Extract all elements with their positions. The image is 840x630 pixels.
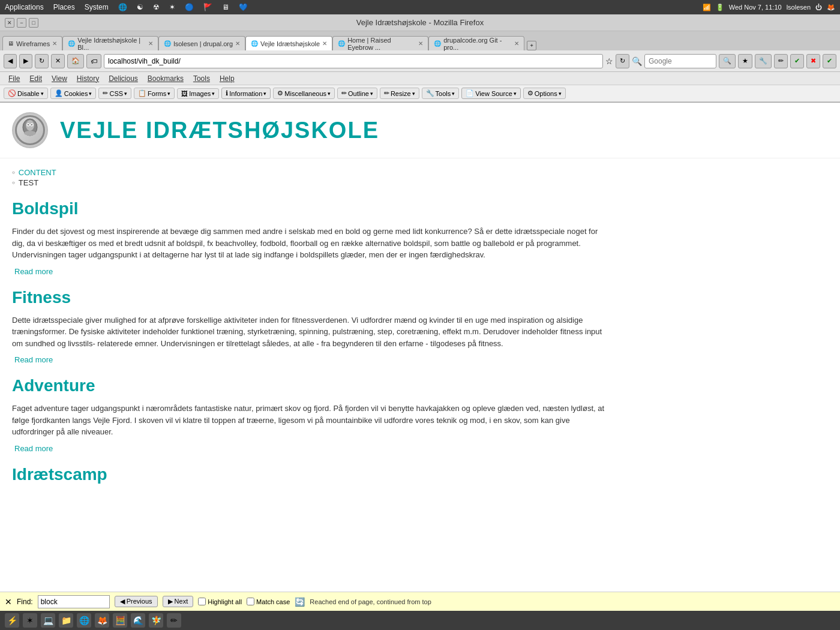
dev-forms[interactable]: 📋Forms▾ xyxy=(134,88,175,99)
bottom-icon-1[interactable]: ⚡ xyxy=(5,613,19,628)
os-icon-6[interactable]: 🚩 xyxy=(203,3,212,11)
article-adventure-readmore[interactable]: Read more xyxy=(14,444,612,453)
search-input[interactable] xyxy=(644,54,716,68)
os-taskbar-left: Applications Places System 🌐 ☯ ☢ ✶ 🔵 🚩 🖥… xyxy=(5,3,693,11)
dev-cookies[interactable]: 👤Cookies▾ xyxy=(50,88,97,99)
tab-close-raised[interactable]: ✕ xyxy=(418,40,423,47)
menu-edit[interactable]: Edit xyxy=(25,74,47,83)
refresh-button[interactable]: ↻ xyxy=(616,54,629,68)
menu-help[interactable]: Help xyxy=(215,74,239,83)
maximize-button[interactable]: □ xyxy=(29,18,38,28)
reload-button[interactable]: ↻ xyxy=(35,54,49,68)
tab-icon-drupal: 🌐 xyxy=(164,40,171,47)
x-button[interactable]: ✖ xyxy=(806,54,820,68)
os-icon-4[interactable]: ✶ xyxy=(169,3,175,11)
find-matchcase-label[interactable]: Match case xyxy=(247,598,290,605)
back-button[interactable]: ◀ xyxy=(4,54,17,68)
star-icon[interactable]: ☆ xyxy=(605,56,613,66)
menu-view[interactable]: View xyxy=(47,74,72,83)
titlebar-buttons: ✕ − □ xyxy=(5,18,38,28)
os-icon-5[interactable]: 🔵 xyxy=(185,3,194,11)
bookmark-button[interactable]: ★ xyxy=(738,54,752,68)
bottom-icon-3[interactable]: 💻 xyxy=(41,613,55,628)
menu-file[interactable]: File xyxy=(4,74,25,83)
pencil-button[interactable]: ✏ xyxy=(774,54,788,68)
menu-bookmarks[interactable]: Bookmarks xyxy=(143,74,188,83)
bottom-icon-10[interactable]: ✏ xyxy=(167,613,181,628)
find-matchcase-check[interactable] xyxy=(247,598,254,605)
search-go-button[interactable]: 🔍 xyxy=(719,54,736,68)
tab-drupal[interactable]: 🌐 lsolesen | drupal.org ✕ xyxy=(158,36,245,50)
dev-tools[interactable]: 🔧Tools▾ xyxy=(422,88,460,99)
article-fitness-title: Fitness xyxy=(12,288,612,307)
breadcrumb-content: CONTENT xyxy=(12,168,612,177)
tab-wireframes[interactable]: 🖥 Wireframes ✕ xyxy=(2,36,62,50)
dev-disable[interactable]: 🚫Disable▾ xyxy=(4,88,48,99)
address-bar[interactable] xyxy=(104,54,603,68)
menu-tools[interactable]: Tools xyxy=(188,74,215,83)
dev-css[interactable]: ✏CSS▾ xyxy=(98,88,131,99)
dev-resize[interactable]: ✏Resize▾ xyxy=(380,88,419,99)
minimize-button[interactable]: − xyxy=(17,18,26,28)
close-button[interactable]: ✕ xyxy=(5,18,14,28)
os-user: lsolesen xyxy=(787,4,811,11)
dev-images[interactable]: 🖼Images▾ xyxy=(177,88,219,99)
bottom-icon-7[interactable]: 🧮 xyxy=(113,613,127,628)
os-icon-3[interactable]: ☢ xyxy=(153,3,160,11)
tab-bar: 🖥 Wireframes ✕ 🌐 Vejle Idrætshøjskole | … xyxy=(0,31,840,50)
tab-raised[interactable]: 🌐 Home | Raised Eyebrow ... ✕ xyxy=(332,36,428,50)
stop-button[interactable]: ✕ xyxy=(51,54,65,68)
dev-miscellaneous[interactable]: ⚙Miscellaneous▾ xyxy=(273,88,335,99)
close-find-icon[interactable]: ✕ xyxy=(5,597,12,607)
bottom-icon-9[interactable]: 🧚 xyxy=(149,613,163,628)
dev-outline[interactable]: ✏Outline▾ xyxy=(337,88,377,99)
bottom-icon-6[interactable]: 🦊 xyxy=(95,613,109,628)
check2-button[interactable]: ✔ xyxy=(823,54,836,68)
home-button[interactable]: 🏠 xyxy=(67,54,84,68)
tab-close-blog[interactable]: ✕ xyxy=(148,40,153,47)
os-icon-7[interactable]: 🖥 xyxy=(222,3,229,11)
new-tab-button[interactable]: + xyxy=(527,41,536,50)
tab-close-wireframes[interactable]: ✕ xyxy=(52,40,57,47)
find-highlight-label[interactable]: Highlight all xyxy=(198,598,242,605)
bottom-icon-5[interactable]: 🌐 xyxy=(77,613,91,628)
bottom-icon-4[interactable]: 📁 xyxy=(59,613,73,628)
os-firefox[interactable]: 🦊 xyxy=(827,4,835,11)
os-power[interactable]: ⏻ xyxy=(815,4,822,11)
check-button[interactable]: ✔ xyxy=(790,54,804,68)
tab-close-vejle[interactable]: ✕ xyxy=(322,40,327,47)
find-previous-button[interactable]: ◀ Previous xyxy=(115,596,158,607)
bottom-icon-8[interactable]: 🌊 xyxy=(131,613,145,628)
tab-blog[interactable]: 🌐 Vejle Idrætshøjskole | Bl... ✕ xyxy=(62,36,158,50)
find-highlight-text: Highlight all xyxy=(208,598,242,605)
find-label: Find: xyxy=(17,598,33,606)
tag-button[interactable]: 🏷 xyxy=(86,54,101,68)
tab-git[interactable]: 🌐 drupalcode.org Git - pro... ✕ xyxy=(428,36,524,50)
find-highlight-check[interactable] xyxy=(198,598,206,605)
menu-history[interactable]: History xyxy=(72,74,104,83)
tab-close-git[interactable]: ✕ xyxy=(514,40,519,47)
tab-label-blog: Vejle Idrætshøjskole | Bl... xyxy=(77,37,146,51)
os-icon-8[interactable]: 💙 xyxy=(239,3,248,11)
tab-close-drupal[interactable]: ✕ xyxy=(235,40,240,47)
system-menu[interactable]: System xyxy=(85,3,109,11)
os-icon-2[interactable]: ☯ xyxy=(137,3,143,11)
find-input[interactable] xyxy=(38,595,110,608)
breadcrumb-content-link[interactable]: CONTENT xyxy=(19,168,56,177)
dev-options[interactable]: ⚙Options▾ xyxy=(523,88,566,99)
bottom-icon-2[interactable]: ✶ xyxy=(23,613,37,628)
forward-button[interactable]: ▶ xyxy=(19,54,32,68)
article-fitness-readmore[interactable]: Read more xyxy=(14,355,612,364)
dev-view-source[interactable]: 📄View Source▾ xyxy=(461,88,521,99)
breadcrumb-test-label: TEST xyxy=(19,178,38,187)
places-menu[interactable]: Places xyxy=(53,3,75,11)
applications-menu[interactable]: Applications xyxy=(5,3,44,11)
dev-information[interactable]: ℹInformation▾ xyxy=(221,88,271,99)
find-next-button[interactable]: ▶ Next xyxy=(163,596,194,607)
article-boldspil-readmore[interactable]: Read more xyxy=(14,267,612,276)
menu-delicious[interactable]: Delicious xyxy=(104,74,143,83)
os-icon-1[interactable]: 🌐 xyxy=(118,3,127,11)
tab-vejle[interactable]: 🌐 Vejle Idrætshøjskole ✕ xyxy=(245,36,332,50)
menu-bar: File Edit View History Delicious Bookmar… xyxy=(0,72,840,85)
tools-icon-nav[interactable]: 🔧 xyxy=(755,54,772,68)
